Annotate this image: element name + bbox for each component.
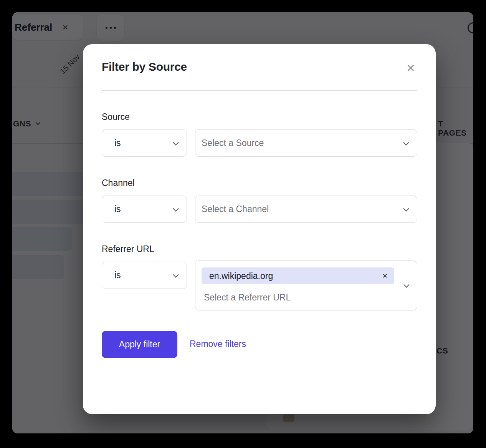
referrer-value-select[interactable]: en.wikipedia.org ✕ Select a Referrer URL (195, 261, 417, 310)
channel-placeholder: Select a Channel (202, 204, 269, 214)
channel-field-label: Channel (102, 178, 135, 188)
source-operator-select[interactable]: is (102, 129, 187, 157)
channel-value-select[interactable]: Select a Channel (195, 196, 417, 223)
source-placeholder: Select a Source (202, 138, 264, 148)
chevron-down-icon (173, 272, 179, 278)
chevron-down-icon (403, 282, 410, 288)
chevron-down-icon (403, 206, 409, 212)
referrer-operator-select[interactable]: is (102, 262, 187, 289)
referrer-selected-chip: en.wikipedia.org ✕ (202, 267, 394, 284)
close-icon[interactable]: ✕ (403, 60, 418, 76)
source-value-select[interactable]: Select a Source (195, 129, 417, 157)
modal-title: Filter by Source (102, 60, 187, 73)
chevron-down-icon (173, 139, 179, 146)
channel-operator-value: is (114, 204, 121, 214)
channel-operator-select[interactable]: is (102, 196, 187, 223)
referrer-operator-value: is (114, 270, 121, 280)
referrer-selected-value: en.wikipedia.org (209, 271, 273, 281)
source-operator-value: is (114, 138, 121, 148)
remove-filters-link[interactable]: Remove filters (190, 339, 246, 349)
remove-chip-icon[interactable]: ✕ (382, 272, 388, 280)
source-field-label: Source (102, 112, 130, 122)
referrer-placeholder: Select a Referrer URL (204, 292, 291, 303)
chevron-down-icon (403, 139, 409, 146)
filter-by-source-modal: Filter by Source ✕ Source is Select a So… (83, 44, 436, 414)
chevron-down-icon (173, 206, 179, 212)
referrer-field-label: Referrer URL (102, 244, 154, 254)
apply-filter-button[interactable]: Apply filter (102, 331, 177, 358)
divider (102, 90, 417, 91)
